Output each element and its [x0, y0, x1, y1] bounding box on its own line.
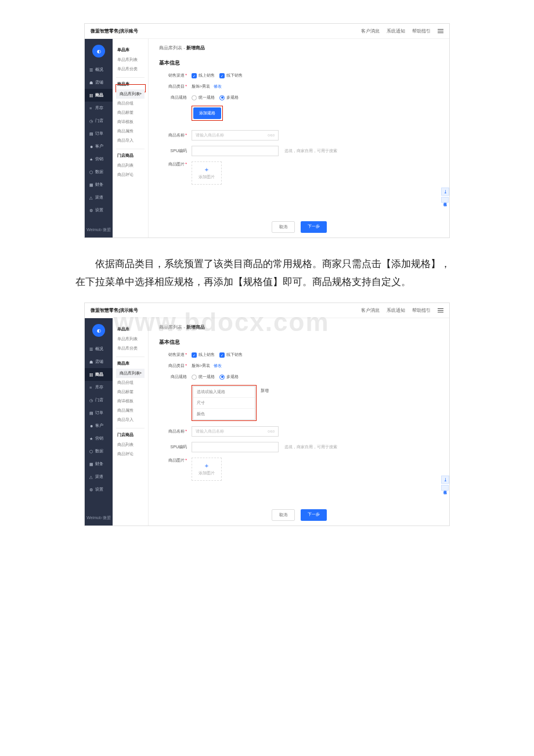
topbar-link-notice[interactable]: 系统通知 [387, 28, 405, 34]
radio-multi[interactable] [219, 375, 225, 380]
stock-icon: ≡ [89, 106, 93, 110]
sub-detail-tpl[interactable]: 商详模板 [116, 117, 145, 127]
label-spu: SPU编码 [159, 148, 192, 154]
download-icon[interactable]: ⤓ [441, 476, 449, 484]
sub-store-review[interactable]: 商品评论 [116, 170, 145, 179]
name-input[interactable]: 请输入商品名称 0/60 [192, 426, 279, 437]
hamburger-icon[interactable] [438, 308, 443, 312]
footer-buttons: 取消 下一步 [149, 509, 449, 521]
crumb-a[interactable]: 商品库列表 [159, 325, 182, 330]
nav-channel[interactable]: △渠道 [85, 470, 113, 483]
radio-multi[interactable] [219, 95, 225, 100]
checkbox-offline[interactable]: ✓ [219, 352, 225, 358]
topbar-link-notice[interactable]: 系统通知 [387, 307, 405, 314]
row-spu: SPU编码 选填，商家自用，可用于搜索 [159, 442, 439, 452]
sub-single-list[interactable]: 单品库列表 [116, 334, 145, 344]
dropdown-opt-color[interactable]: 颜色 [193, 409, 255, 419]
sub-goods-attr[interactable]: 商品属性 [116, 127, 145, 136]
nav-marketing[interactable]: ★营销 [85, 153, 113, 165]
spu-input[interactable] [192, 442, 279, 452]
modify-link[interactable]: 修改 [214, 84, 222, 89]
sub-store-review[interactable]: 商品评论 [116, 449, 145, 459]
hamburger-icon[interactable] [438, 29, 443, 33]
label-img: 商品图片* [159, 458, 192, 463]
store-icon: ☗ [89, 81, 93, 85]
sub-goods-list[interactable]: 商品库列表 [116, 369, 145, 378]
divider [116, 357, 145, 357]
nav-channel[interactable]: △渠道 [85, 191, 113, 204]
checkbox-online[interactable]: ✓ [192, 73, 197, 78]
spu-input[interactable] [192, 146, 279, 156]
spec-dropdown[interactable]: 新增 选填或输入规格 尺寸 颜色 [193, 386, 255, 420]
sub-goods-tag[interactable]: 商品标签 [116, 387, 145, 397]
topbar-link-help[interactable]: 帮助指引 [412, 28, 431, 34]
download-icon[interactable]: ⤓ [441, 188, 449, 196]
online-service[interactable]: 在线客服 [441, 197, 449, 203]
sub-goods-tag[interactable]: 商品标签 [116, 108, 145, 117]
nav-store[interactable]: ☗店铺 [85, 76, 113, 89]
nav-setting[interactable]: ⚙设置 [85, 204, 113, 217]
nav-marketing[interactable]: ★营销 [85, 432, 113, 445]
sub-store-list[interactable]: 商品列表 [116, 440, 145, 449]
divider [116, 77, 145, 78]
nav-order[interactable]: ▤订单 [85, 406, 113, 419]
nav-order[interactable]: ▤订单 [85, 127, 113, 140]
nav-goods[interactable]: ☷商品 [85, 89, 113, 102]
nav-finance[interactable]: ▦财务 [85, 178, 113, 191]
nav-customer[interactable]: ☻客户 [85, 140, 113, 153]
name-input[interactable]: 请输入商品名称 0/60 [192, 130, 279, 141]
nav-data[interactable]: ⬡数据 [85, 445, 113, 458]
description-text: 依据商品类目，系统预置了该类目商品的常用规格。商家只需点击【添加规格】，在下拉菜… [75, 255, 459, 291]
add-image-button[interactable]: + 添加图片 [192, 458, 222, 481]
nav-finance[interactable]: ▦财务 [85, 458, 113, 470]
topbar: 微盟智慧零售|演示账号 客户消息 系统通知 帮助指引 [85, 303, 449, 318]
sub-goods-import[interactable]: 商品导入 [116, 136, 145, 145]
online-service[interactable]: 在线客服 [441, 485, 449, 491]
nav-setting[interactable]: ⚙设置 [85, 483, 113, 496]
radio-unified[interactable] [192, 95, 197, 100]
checkbox-online[interactable]: ✓ [192, 352, 197, 358]
sub-store-list[interactable]: 商品列表 [116, 161, 145, 170]
nav-store[interactable]: ☗店铺 [85, 355, 113, 368]
topbar-link-help[interactable]: 帮助指引 [412, 307, 431, 314]
add-image-button[interactable]: + 添加图片 [192, 161, 222, 185]
nav-overview[interactable]: ☰概况 [85, 343, 113, 355]
nav-stock[interactable]: ≡库存 [85, 102, 113, 114]
sub-goods-import[interactable]: 商品导入 [116, 415, 145, 424]
nav-overview[interactable]: ☰概况 [85, 63, 113, 76]
nav-stock[interactable]: ≡库存 [85, 381, 113, 394]
crumb-a[interactable]: 商品库列表 [159, 45, 182, 51]
topbar-link-msg[interactable]: 客户消息 [361, 28, 380, 34]
label-sales: 销售渠道* [159, 352, 192, 358]
sub-single-cat[interactable]: 单品库分类 [116, 344, 145, 353]
nav-goods[interactable]: ☷商品 [85, 368, 113, 381]
modify-link[interactable]: 修改 [214, 363, 222, 369]
nav-shop[interactable]: ◷门店 [85, 114, 113, 127]
order-icon: ▤ [89, 411, 93, 415]
overview-icon: ☰ [89, 347, 93, 351]
checkbox-offline[interactable]: ✓ [219, 73, 225, 78]
sub-goods-list[interactable]: 商品库列表 [116, 89, 145, 99]
topbar-link-msg[interactable]: 客户消息 [361, 307, 380, 314]
add-spec-button[interactable]: 添加规格 [193, 107, 221, 119]
sub-goods-attr[interactable]: 商品属性 [116, 406, 145, 415]
cancel-button[interactable]: 取消 [272, 221, 295, 233]
sub-goods-group[interactable]: 商品分组 [116, 378, 145, 387]
marketing-icon: ★ [89, 437, 93, 441]
sub-detail-tpl[interactable]: 商详模板 [116, 397, 145, 406]
nav-shop[interactable]: ◷门店 [85, 394, 113, 406]
radio-unified[interactable] [192, 375, 197, 380]
add-new-link[interactable]: 新增 [261, 388, 269, 394]
nav-customer[interactable]: ☻客户 [85, 419, 113, 432]
sub-goods-group[interactable]: 商品分组 [116, 99, 145, 108]
topbar-right: 客户消息 系统通知 帮助指引 [361, 28, 443, 34]
next-button[interactable]: 下一步 [301, 509, 327, 521]
sub-single-cat[interactable]: 单品库分类 [116, 64, 145, 74]
dropdown-placeholder[interactable]: 选填或输入规格 [193, 387, 255, 398]
app-title: 微盟智慧零售|演示账号 [91, 307, 361, 314]
sub-single-list[interactable]: 单品库列表 [116, 55, 145, 64]
next-button[interactable]: 下一步 [301, 221, 327, 233]
nav-data[interactable]: ⬡数据 [85, 165, 113, 178]
cancel-button[interactable]: 取消 [272, 509, 295, 521]
dropdown-opt-size[interactable]: 尺寸 [193, 398, 255, 409]
